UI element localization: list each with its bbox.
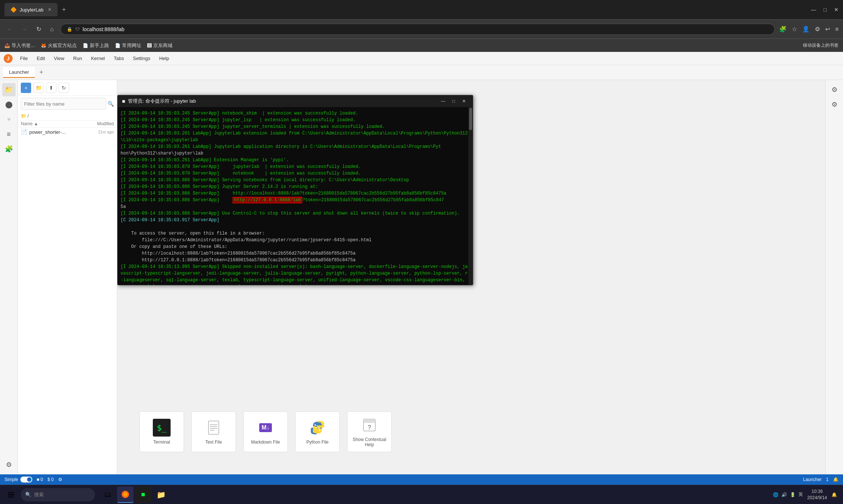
text-file-icon [205, 419, 223, 437]
more-icon[interactable]: ≡ [835, 26, 839, 33]
maximize-button[interactable]: □ [824, 7, 827, 13]
cmd-line-18: Or copy and paste one of these URLs: [121, 243, 470, 250]
svg-text:?: ? [368, 424, 371, 431]
right-sidebar: ⚙ ⚙ [825, 80, 843, 474]
right-sidebar-gear[interactable]: ⚙ [828, 83, 841, 96]
settings-icon[interactable]: ⚙ [815, 26, 820, 33]
cmd-window[interactable]: ■ 管理员: 命令提示符 - jupyter lab — □ ✕ [I 2024… [117, 95, 473, 285]
cmd-maximize[interactable]: □ [449, 97, 458, 105]
back-button[interactable]: ← [4, 24, 15, 34]
simple-mode-toggle[interactable]: Simple [4, 477, 32, 483]
refresh-button[interactable]: ↻ [34, 24, 43, 34]
account-icon[interactable]: 👤 [802, 26, 810, 33]
taskbar-app-explorer[interactable]: 🗂 [99, 487, 116, 503]
cmd-line-3: [I 2024-09-14 10:35:03.245 ServerApp] ju… [121, 123, 470, 130]
menu-settings[interactable]: Settings [129, 54, 154, 63]
bookmark-import[interactable]: 📥 导入书签... [4, 42, 35, 49]
shield-icon: 🛡 [75, 27, 80, 32]
undo-icon[interactable]: ↩ [825, 26, 830, 33]
sidebar-icon-extensions[interactable]: 🧩 [2, 142, 16, 156]
mobile-bookmarks[interactable]: 移动设备上的书签 [803, 42, 839, 49]
new-tab-button[interactable]: + [59, 4, 69, 15]
cmd-title: 管理员: 命令提示符 - jupyter lab [128, 98, 436, 105]
forward-button[interactable]: → [19, 24, 30, 34]
time-display: 10:36 [807, 488, 827, 495]
cmd-minimize[interactable]: — [439, 97, 448, 105]
cmd-line-10: [I 2024-09-14 10:35:03.886 ServerApp] Ju… [121, 183, 470, 190]
sidebar-icon-git[interactable]: ⑂ [2, 113, 16, 126]
tab-launcher[interactable]: Launcher [3, 67, 35, 78]
settings-status-icon[interactable]: ⚙ [58, 477, 62, 482]
extensions-icon[interactable]: 🧩 [779, 26, 787, 33]
cmd-line-1: [I 2024-09-14 10:35:03.245 ServerApp] no… [121, 110, 470, 117]
notification-icon[interactable]: 🔔 [833, 477, 839, 482]
favorites-icon[interactable]: ☆ [792, 26, 797, 33]
close-button[interactable]: ✕ [834, 7, 839, 13]
sidebar-icon-toc[interactable]: ≡ [2, 127, 16, 141]
markdown-icon: M↓ [257, 419, 274, 437]
launcher-help[interactable]: ? Show Contextual Help [347, 411, 392, 452]
menu-tabs[interactable]: Tabs [110, 54, 128, 63]
filter-input[interactable] [21, 98, 106, 110]
cmd-line-14: [C 2024-09-14 10:35:03.917 ServerApp] [121, 217, 470, 223]
new-folder-button[interactable]: 📁 [33, 83, 44, 93]
taskbar-app-files[interactable]: 📁 [153, 487, 169, 503]
menu-file[interactable]: File [16, 54, 32, 63]
toggle-switch[interactable] [20, 477, 32, 483]
url-bar[interactable]: 🔒 🛡 localhost:8888/lab [60, 24, 775, 35]
bookmark-icon: 📥 [4, 43, 10, 48]
lang-icon: 英 [798, 491, 803, 498]
menu-help[interactable]: Help [155, 54, 173, 63]
cmd-line-21: [I 2024-09-14 10:35:13.995 ServerApp] Sk… [121, 263, 470, 285]
windows-icon: ⊞ [8, 490, 14, 500]
text-file-label: Text File [205, 440, 222, 445]
title-bar: 🔶 JupyterLab ✕ + — □ ✕ [0, 0, 843, 19]
new-tab-button[interactable]: + [36, 67, 46, 78]
cmd-close[interactable]: ✕ [460, 97, 468, 105]
toggle-thumb [27, 477, 32, 482]
terminal-status-icon: $ [47, 477, 50, 482]
cmd-line-13: [I 2024-09-14 10:35:03.886 ServerApp] Us… [121, 210, 470, 217]
menu-run[interactable]: Run [69, 54, 86, 63]
svg-point-10 [319, 430, 320, 431]
extensions-icon: 🧩 [5, 145, 13, 153]
bookmark-links[interactable]: 📄 常用网址 [115, 42, 141, 49]
menu-kernel[interactable]: Kernel [87, 54, 109, 63]
tab-close-button[interactable]: ✕ [48, 7, 52, 12]
terminal-label: Terminal [153, 440, 170, 445]
upload-button[interactable]: ⬆ [46, 83, 56, 93]
active-tab[interactable]: 🔶 JupyterLab ✕ [4, 3, 57, 16]
taskbar-app-browser[interactable] [117, 487, 134, 503]
refresh-button[interactable]: ↻ [59, 83, 69, 93]
file-item[interactable]: 📄 power_shorter-... 21m ago [18, 127, 117, 136]
cmd-line-2: [I 2024-09-14 10:35:03.245 ServerApp] ju… [121, 117, 470, 123]
right-sidebar-settings[interactable]: ⚙ [828, 98, 841, 111]
bookmark-beginner[interactable]: 📄 新手上路 [83, 42, 109, 49]
svg-rect-2 [208, 421, 219, 434]
launcher-terminal[interactable]: $_ Terminal [139, 411, 184, 452]
sidebar-icon-running[interactable]: ⬤ [2, 98, 16, 111]
cmd-line-17: file:///C:/Users/Administrator/AppData/R… [121, 237, 470, 243]
sidebar-icon-settings[interactable]: ⚙ [2, 458, 16, 471]
launcher-text-file[interactable]: Text File [191, 411, 236, 452]
simple-label: Simple [4, 477, 18, 482]
tab-count: 1 [826, 477, 829, 482]
bookmark-jd[interactable]: 🅾 京东商城 [147, 42, 172, 49]
jd-icon: 🅾 [147, 43, 152, 48]
new-file-button[interactable]: + [21, 83, 31, 93]
menu-edit[interactable]: Edit [33, 54, 49, 63]
home-button[interactable]: ⌂ [48, 24, 56, 34]
bookmark-firefox[interactable]: 🦊 火狐官方站点 [41, 42, 77, 49]
taskbar-search[interactable]: 🔍 搜索 [21, 488, 95, 501]
sidebar-icon-files[interactable]: 📁 [2, 83, 16, 96]
jlab-body: 📁 ⬤ ⑂ ≡ 🧩 ⚙ [0, 80, 843, 474]
start-button[interactable]: ⊞ [3, 487, 19, 503]
cmd-scrollbar[interactable] [468, 107, 473, 285]
notification-bell[interactable]: 🔔 [832, 492, 837, 497]
launcher-markdown[interactable]: M↓ Markdown File [243, 411, 288, 452]
menu-view[interactable]: View [50, 54, 68, 63]
minimize-button[interactable]: — [811, 7, 816, 13]
launcher-python[interactable]: Python File [295, 411, 340, 452]
cmd-line-16: To access the server, open this file in … [121, 230, 470, 237]
taskbar-app-cmd[interactable]: ■ [135, 487, 151, 503]
